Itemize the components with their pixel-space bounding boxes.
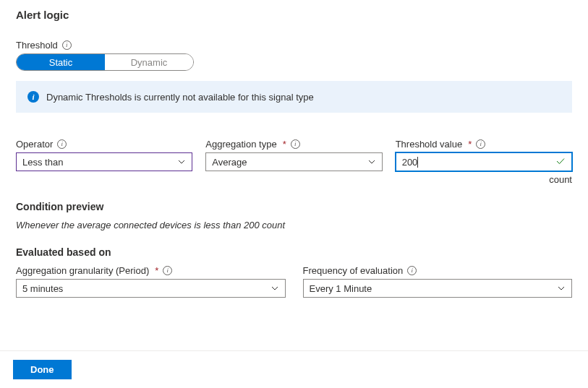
operator-label-row: Operator bbox=[16, 139, 192, 150]
chevron-down-icon bbox=[557, 284, 566, 293]
info-icon bbox=[27, 91, 39, 103]
frequency-dropdown[interactable]: Every 1 Minute bbox=[303, 279, 573, 298]
footer: Done bbox=[0, 350, 588, 388]
info-icon[interactable] bbox=[291, 139, 300, 149]
aggregation-type-label-row: Aggregation type * bbox=[205, 139, 382, 150]
checkmark-icon bbox=[555, 156, 566, 168]
threshold-label-row: Threshold bbox=[16, 40, 572, 51]
required-indicator: * bbox=[468, 139, 472, 150]
aggregation-type-label: Aggregation type bbox=[205, 139, 276, 150]
info-icon[interactable] bbox=[62, 40, 72, 50]
operator-value: Less than bbox=[22, 157, 63, 168]
threshold-value-label-row: Threshold value * bbox=[396, 139, 572, 150]
operator-label: Operator bbox=[16, 139, 53, 150]
info-banner-text: Dynamic Thresholds is currently not avai… bbox=[46, 92, 314, 103]
evaluated-heading: Evaluated based on bbox=[16, 246, 572, 258]
threshold-value-text: 200 bbox=[402, 157, 555, 168]
aggregation-type-dropdown[interactable]: Average bbox=[205, 152, 382, 171]
operator-dropdown[interactable]: Less than bbox=[16, 152, 192, 171]
threshold-option-static[interactable]: Static bbox=[17, 54, 105, 70]
aggregation-granularity-label-row: Aggregation granularity (Period) * bbox=[16, 265, 286, 276]
info-banner: Dynamic Thresholds is currently not avai… bbox=[16, 81, 572, 113]
aggregation-granularity-dropdown[interactable]: 5 minutes bbox=[16, 279, 286, 298]
section-title: Alert logic bbox=[16, 9, 572, 21]
chevron-down-icon bbox=[270, 284, 279, 293]
aggregation-granularity-value: 5 minutes bbox=[22, 283, 63, 294]
info-icon[interactable] bbox=[407, 266, 417, 275]
required-indicator: * bbox=[283, 139, 286, 150]
info-icon[interactable] bbox=[57, 139, 67, 149]
info-icon[interactable] bbox=[476, 139, 485, 149]
threshold-label: Threshold bbox=[16, 40, 58, 51]
threshold-value-unit: count bbox=[396, 174, 572, 185]
condition-preview-text: Whenever the average connected devices i… bbox=[16, 220, 572, 230]
threshold-value-label: Threshold value bbox=[396, 139, 463, 150]
aggregation-granularity-label: Aggregation granularity (Period) bbox=[16, 265, 149, 276]
chevron-down-icon bbox=[177, 158, 186, 166]
done-button[interactable]: Done bbox=[13, 360, 72, 379]
threshold-option-dynamic[interactable]: Dynamic bbox=[105, 54, 193, 70]
frequency-label: Frequency of evaluation bbox=[303, 265, 404, 276]
frequency-value: Every 1 Minute bbox=[310, 283, 372, 294]
required-indicator: * bbox=[155, 265, 158, 276]
info-icon[interactable] bbox=[163, 266, 172, 275]
threshold-segmented-control: Static Dynamic bbox=[16, 53, 194, 71]
chevron-down-icon bbox=[367, 158, 376, 166]
threshold-value-input[interactable]: 200 bbox=[396, 152, 572, 171]
condition-preview-heading: Condition preview bbox=[16, 201, 572, 212]
frequency-label-row: Frequency of evaluation bbox=[303, 265, 573, 276]
aggregation-type-value: Average bbox=[212, 157, 247, 168]
